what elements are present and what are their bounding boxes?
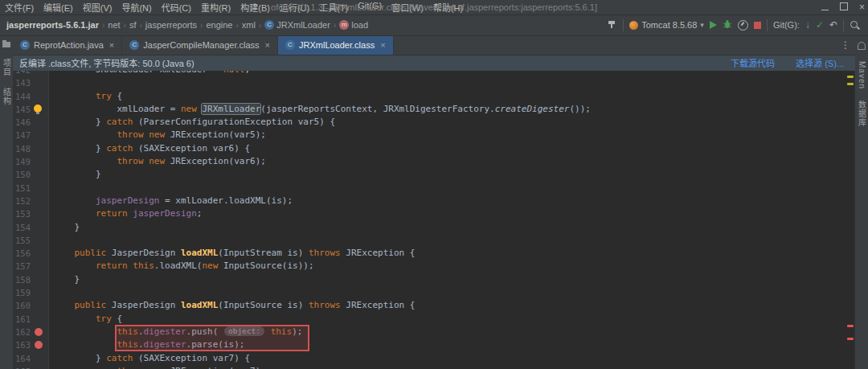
editor-tab[interactable]: CJRXmlLoader.class× — [278, 35, 394, 55]
breadcrumb-item[interactable]: CJRXmlLoader — [264, 20, 330, 30]
warning-stripe-mark[interactable] — [847, 83, 854, 85]
line-number[interactable]: 144 — [13, 90, 31, 103]
gutter-icons[interactable] — [31, 90, 48, 103]
line-number[interactable]: 165 — [13, 365, 31, 369]
gutter-icons[interactable] — [31, 313, 48, 326]
tool-button-structure[interactable]: 结构 — [1, 88, 13, 105]
gutter-icons[interactable] — [31, 260, 48, 273]
error-stripe-mark[interactable] — [847, 338, 854, 340]
breadcrumb-item[interactable]: jasperreports — [145, 20, 197, 30]
gutter-icons[interactable] — [31, 71, 48, 76]
menu-item[interactable]: 文件(F) — [0, 1, 39, 14]
line-number[interactable]: 145 — [13, 103, 31, 116]
editor-tab[interactable]: CReprotAction.java× — [13, 35, 122, 55]
breakpoint-icon[interactable] — [35, 341, 43, 349]
gutter-icons[interactable] — [31, 129, 48, 141]
profiler-icon[interactable] — [738, 20, 748, 31]
gutter-icons[interactable] — [31, 234, 48, 247]
gutter-icons[interactable] — [31, 286, 48, 299]
menu-item[interactable]: 导航(N) — [117, 1, 156, 14]
line-number[interactable]: 158 — [13, 273, 31, 286]
line-number[interactable]: 146 — [13, 116, 31, 129]
menu-item[interactable]: 视图(V) — [78, 1, 117, 14]
menu-item[interactable]: 工具(T) — [314, 1, 353, 14]
gutter-icons[interactable] — [31, 168, 48, 181]
menu-item[interactable]: 编辑(E) — [39, 1, 78, 14]
menu-item[interactable]: 运行(U) — [275, 1, 314, 14]
run-button[interactable] — [710, 21, 717, 29]
tool-button-maven[interactable]: Maven — [858, 61, 866, 89]
line-number[interactable]: 160 — [13, 299, 31, 312]
gutter-icons[interactable] — [31, 247, 48, 260]
search-icon[interactable] — [850, 20, 860, 31]
maximize-button[interactable] — [840, 2, 848, 12]
minimize-button[interactable] — [821, 2, 829, 12]
build-hammer-icon[interactable] — [608, 19, 617, 31]
git-commit-icon[interactable]: ✓ — [816, 20, 824, 30]
breadcrumb-item[interactable]: xml — [242, 20, 256, 30]
git-rollback-icon[interactable]: ↶ — [829, 20, 837, 30]
run-configuration-select[interactable]: Tomcat 8.5.68 ▾ — [629, 20, 704, 30]
gutter-icons[interactable] — [31, 338, 48, 351]
debug-icon[interactable] — [723, 19, 732, 31]
tab-close-icon[interactable]: × — [380, 40, 385, 50]
menu-item[interactable]: 代码(C) — [157, 1, 196, 14]
tool-button-database[interactable]: 数据库 — [856, 100, 868, 127]
error-stripe-mark[interactable] — [847, 325, 854, 327]
gutter-icons[interactable] — [31, 103, 48, 116]
line-number[interactable]: 153 — [13, 207, 31, 220]
gutter-icons[interactable] — [31, 142, 48, 155]
download-sources-link[interactable]: 下载源代码 — [731, 56, 775, 69]
line-number[interactable]: 151 — [13, 182, 31, 195]
project-tool-icon[interactable] — [2, 42, 10, 47]
line-number[interactable]: 150 — [13, 168, 31, 181]
line-number[interactable]: 156 — [13, 247, 31, 260]
code-editor[interactable]: 142 JRXmlLoader xmlLoader = null;143144 … — [13, 71, 855, 369]
breadcrumb-item[interactable]: net — [108, 20, 120, 30]
gutter-icons[interactable] — [31, 365, 48, 369]
breadcrumb-item[interactable]: mload — [339, 20, 368, 30]
line-number[interactable]: 147 — [13, 129, 31, 141]
menu-item[interactable]: Git(G) — [353, 1, 387, 14]
editor-tab[interactable]: CJasperCompileManager.class× — [122, 35, 278, 55]
gutter-icons[interactable] — [31, 195, 48, 207]
gutter-icons[interactable] — [31, 326, 48, 338]
tool-button-project[interactable]: 项目 — [1, 59, 13, 76]
warning-stripe-mark[interactable] — [847, 76, 854, 78]
line-number[interactable]: 157 — [13, 260, 31, 273]
stop-button[interactable] — [754, 22, 761, 29]
tab-options-icon[interactable]: ⋮ — [836, 39, 855, 51]
gutter-icons[interactable] — [31, 116, 48, 129]
notifications-icon[interactable] — [858, 42, 866, 50]
line-number[interactable]: 149 — [13, 155, 31, 168]
line-number[interactable]: 155 — [13, 234, 31, 247]
close-button[interactable]: × — [859, 2, 865, 12]
line-number[interactable]: 159 — [13, 286, 31, 299]
menu-item[interactable]: 构建(B) — [235, 1, 275, 14]
gutter-icons[interactable] — [31, 182, 48, 195]
line-number[interactable]: 148 — [13, 142, 31, 155]
git-update-icon[interactable]: ↓ — [805, 20, 810, 30]
tab-close-icon[interactable]: × — [265, 40, 270, 50]
gutter-icons[interactable] — [31, 273, 48, 286]
breadcrumb-item[interactable]: jasperreports-5.6.1.jar — [6, 20, 99, 30]
menu-item[interactable]: 帮助(H) — [428, 1, 468, 14]
line-number[interactable]: 143 — [13, 76, 31, 89]
intention-bulb-icon[interactable] — [34, 105, 42, 113]
gutter-icons[interactable] — [31, 299, 48, 312]
line-number[interactable]: 161 — [13, 313, 31, 326]
line-number[interactable]: 162 — [13, 326, 31, 338]
breadcrumb-item[interactable]: sf — [129, 20, 137, 30]
tab-close-icon[interactable]: × — [109, 40, 114, 50]
gutter-icons[interactable] — [31, 76, 48, 89]
gutter-icons[interactable] — [31, 352, 48, 365]
line-number[interactable]: 142 — [13, 71, 31, 76]
gutter-icons[interactable] — [31, 221, 48, 234]
gutter-icons[interactable] — [31, 207, 48, 220]
line-number[interactable]: 163 — [13, 338, 31, 351]
gutter-icons[interactable] — [31, 155, 48, 168]
breadcrumb-item[interactable]: engine — [206, 20, 232, 30]
choose-sources-link[interactable]: 选择源 (S)... — [796, 56, 844, 69]
breakpoint-icon[interactable] — [35, 328, 43, 336]
menu-item[interactable]: 窗口(W) — [387, 1, 428, 14]
